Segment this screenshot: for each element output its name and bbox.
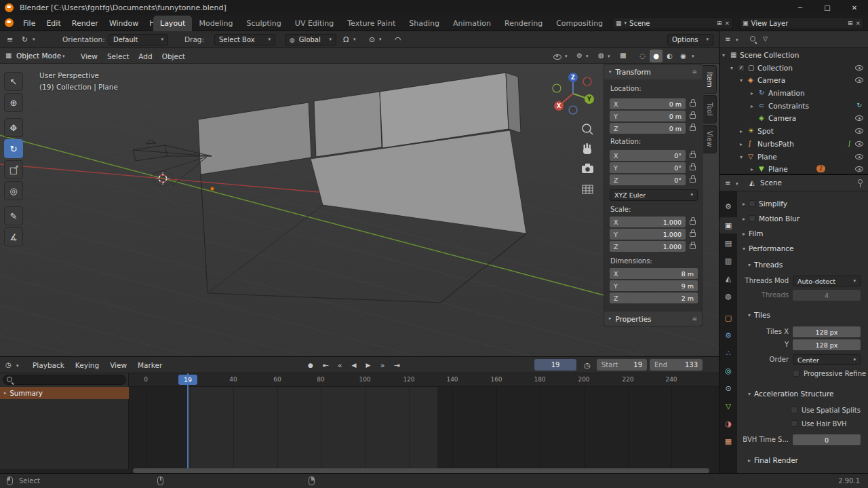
chevron-down-icon[interactable]: ▾ (353, 37, 356, 42)
location-y-field[interactable]: Y0 m (610, 111, 686, 121)
outliner-item-label[interactable]: Plane (757, 153, 777, 161)
outliner-item-label[interactable]: Spot (757, 127, 774, 135)
properties-editor-icon[interactable]: ≡ (725, 179, 730, 187)
wall-side[interactable] (506, 73, 521, 133)
jump-to-start-button[interactable]: ⇤ (319, 359, 332, 371)
drag-dropdown[interactable]: Select Box ▾ (214, 34, 275, 45)
wall-middle[interactable] (314, 92, 382, 157)
properties-tab-modifiers[interactable]: ⚙ (719, 327, 737, 343)
expand-arrow-icon[interactable]: ▸ (751, 166, 753, 172)
preview-range-icon[interactable]: ◷ (580, 359, 594, 371)
expanded-arrow-icon[interactable]: ▾ (748, 262, 751, 268)
tool-scale[interactable]: □↗ (4, 160, 23, 179)
properties-tab-object[interactable]: ▢ (719, 309, 737, 326)
sidebar-tab-item[interactable]: Item (703, 65, 717, 94)
remove-view-layer-icon[interactable]: × (855, 20, 861, 26)
lock-icon[interactable] (690, 102, 696, 107)
outliner-row-scene-collection[interactable]: ▾ ▦ Scene Collection (719, 49, 868, 61)
lock-icon[interactable] (690, 114, 696, 119)
workspace-tab-animation[interactable]: Animation (446, 16, 498, 31)
dimensions-y-field[interactable]: Y9 m (610, 280, 698, 291)
pin-icon[interactable] (858, 179, 863, 184)
menu-render[interactable]: Render (66, 15, 104, 31)
collapsed-arrow-icon[interactable]: ▸ (748, 457, 751, 464)
location-x-field[interactable]: X0 m (610, 98, 686, 109)
tool-transform[interactable]: ◎ (4, 181, 23, 200)
tool-annotate[interactable]: ✎ (4, 206, 23, 225)
panel-motion-blur[interactable]: ▸ Motion Blur (743, 212, 800, 225)
summary-channel-row[interactable]: ▸ Summary (0, 387, 129, 399)
viewport-menu-select[interactable]: Select (102, 48, 134, 64)
chevron-down-icon[interactable]: ▾ (33, 37, 35, 42)
outliner-item-label[interactable]: Camera (768, 114, 796, 122)
rotation-x-field[interactable]: X0° (610, 150, 686, 161)
lock-icon[interactable] (690, 220, 696, 225)
simplify-checkbox[interactable] (749, 200, 755, 207)
hide-eye-icon[interactable] (855, 154, 863, 159)
jump-to-end-button[interactable]: ⇥ (390, 359, 403, 371)
channel-search-input[interactable] (3, 375, 126, 385)
collapsed-arrow-icon[interactable]: ▸ (743, 231, 745, 237)
menu-window[interactable]: Window (104, 15, 144, 31)
properties-tab-view-layer[interactable]: ▥ (719, 252, 737, 269)
outliner-row-camera-data[interactable]: ◈ Camera (719, 112, 868, 124)
workspace-tab-sculpting[interactable]: Sculpting (239, 16, 288, 31)
menu-file[interactable]: File (18, 15, 41, 31)
gizmo-neg-x[interactable] (583, 77, 591, 86)
falloff-icon[interactable]: ◠ (395, 35, 401, 45)
progressive-refine-checkbox[interactable] (793, 370, 800, 377)
timeline-menu-view[interactable]: View (104, 357, 132, 373)
shading-solid-button[interactable]: ● (650, 50, 663, 62)
expand-arrow-icon[interactable]: ▸ (740, 141, 743, 147)
rotation-z-field[interactable]: Z0° (610, 174, 686, 185)
chevron-down-icon[interactable]: ▾ (16, 364, 19, 369)
unlink-scene-icon[interactable]: × (724, 20, 730, 26)
tool-rotate[interactable]: ↻ (4, 139, 23, 158)
collection-checkbox[interactable]: ✓ (738, 64, 745, 71)
expand-arrow-icon[interactable]: ▾ (740, 77, 743, 83)
properties-tab-particles[interactable]: ∴ (719, 345, 737, 361)
view-layer-selector[interactable]: ▣ View Layer ⊞ × (739, 17, 864, 29)
rotation-mode-dropdown[interactable]: XYZ Euler▾ (610, 189, 698, 201)
expanded-arrow-icon[interactable]: ▾ (743, 246, 745, 252)
properties-tab-tool[interactable]: ⚙ (719, 198, 737, 214)
panel-performance[interactable]: ▾ Performance (743, 242, 794, 255)
timeline-dopesheet-area[interactable] (129, 387, 719, 469)
xray-toggle-icon[interactable]: ▩ (620, 52, 626, 59)
scale-x-field[interactable]: X1.000 (610, 217, 686, 227)
expanded-arrow-icon[interactable]: ▾ (609, 70, 612, 75)
tool-select-box[interactable]: ↖ (4, 72, 23, 91)
expand-arrow-icon[interactable]: ▸ (751, 103, 753, 109)
proportional-editing-icon[interactable]: ⊙ (369, 35, 375, 45)
hide-eye-icon[interactable] (855, 115, 863, 121)
chevron-down-icon[interactable]: ▾ (586, 54, 589, 59)
outliner-row-plane-object[interactable]: ▾ ▽ Plane (719, 151, 868, 163)
viewport-menu-view[interactable]: View (76, 48, 102, 64)
spatial-splits-checkbox[interactable] (791, 407, 797, 413)
bvh-time-field[interactable]: 0 (793, 434, 861, 445)
orientation-dropdown[interactable]: Default ▾ (108, 34, 168, 45)
outliner-item-label[interactable]: Constraints (768, 102, 809, 110)
sidebar-tab-tool[interactable]: Tool (703, 95, 717, 124)
lock-icon[interactable] (690, 126, 696, 131)
expanded-arrow-icon[interactable]: ▾ (748, 391, 751, 397)
shading-material-button[interactable]: ◐ (663, 50, 676, 62)
snap-magnet-icon[interactable]: Ω (343, 35, 349, 45)
hide-eye-icon[interactable] (855, 166, 863, 172)
properties-tab-world[interactable]: ◍ (719, 288, 737, 304)
properties-tab-render[interactable]: ▣ (719, 217, 737, 233)
lock-icon[interactable] (690, 153, 696, 158)
properties-panel-header[interactable]: ▸ Properties ≡ (604, 312, 702, 326)
record-button[interactable]: ● (304, 359, 317, 371)
properties-tab-data[interactable]: ▽ (719, 398, 737, 414)
timeline-editor-icon[interactable]: ◷ (5, 361, 12, 369)
expand-arrow-icon[interactable]: ▸ (751, 90, 753, 96)
chevron-down-icon[interactable]: ▾ (565, 54, 568, 59)
workspace-tab-texture-paint[interactable]: Texture Paint (340, 16, 402, 31)
outliner-item-label[interactable]: Scene Collection (740, 51, 799, 59)
viewport-menu-object[interactable]: Object (157, 48, 190, 64)
collapsed-arrow-icon[interactable]: ▸ (4, 391, 7, 396)
outliner-editor-icon[interactable]: ≡ (725, 35, 730, 43)
collapsed-arrow-icon[interactable]: ▸ (743, 216, 745, 222)
shading-rendered-button[interactable]: ◉ (677, 50, 690, 62)
